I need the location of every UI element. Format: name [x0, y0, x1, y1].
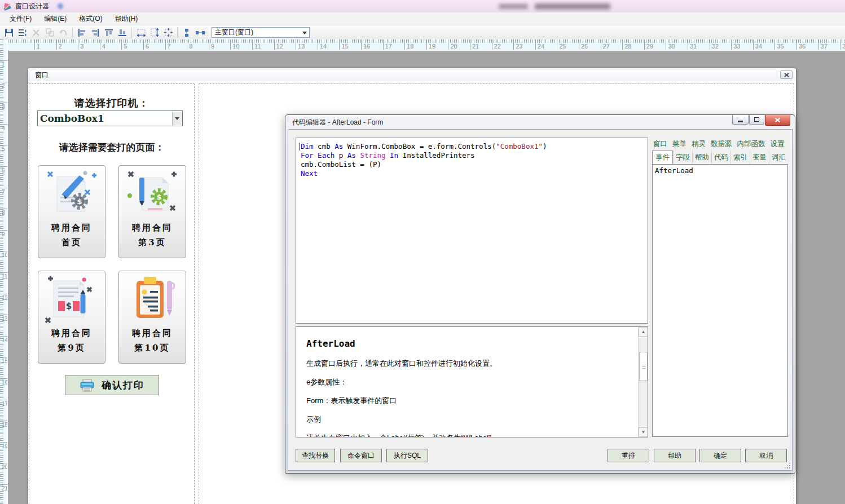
- horizontal-spacing-button[interactable]: [193, 26, 207, 38]
- resize-grip[interactable]: [785, 463, 790, 468]
- align-right-button[interactable]: [89, 26, 102, 38]
- v-ruler-number: 11: [2, 273, 7, 280]
- align-bottom-icon: [118, 28, 127, 37]
- align-left-icon: [77, 28, 86, 37]
- maximize-button[interactable]: [749, 115, 764, 125]
- page-button-front[interactable]: $ 聘用合同 首页: [38, 165, 105, 258]
- menu-file[interactable]: 文件(F): [3, 12, 38, 25]
- same-width-button[interactable]: [134, 26, 148, 38]
- scroll-down-button[interactable]: ▼: [639, 427, 648, 437]
- menu-edit[interactable]: 编辑(E): [38, 12, 73, 25]
- command-window-button[interactable]: 命令窗口: [340, 449, 382, 462]
- code-order-button[interactable]: [16, 26, 29, 38]
- h-ruler-number: 16: [363, 43, 370, 50]
- same-height-icon: [150, 28, 159, 37]
- tab-variables[interactable]: 变量: [750, 151, 769, 164]
- scroll-up-button[interactable]: ▲: [639, 327, 648, 337]
- app-title: 窗口设计器: [15, 2, 49, 11]
- v-ruler-number: 2: [2, 83, 5, 89]
- tab-menu[interactable]: 菜单: [672, 139, 686, 149]
- close-button[interactable]: [765, 115, 790, 126]
- printer-combobox[interactable]: ComboBox1: [37, 110, 183, 126]
- event-listbox[interactable]: AfterLoad: [652, 164, 788, 437]
- tab-help[interactable]: 帮助: [692, 151, 711, 164]
- align-left-button[interactable]: [75, 26, 89, 38]
- tab-index[interactable]: 索引: [730, 151, 750, 164]
- tab-settings[interactable]: 设置: [771, 139, 785, 149]
- tab-wizard[interactable]: 精灵: [692, 139, 706, 149]
- minimize-button[interactable]: [732, 115, 749, 125]
- event-list-item[interactable]: AfterLoad: [653, 165, 787, 175]
- undo-button[interactable]: [56, 26, 70, 38]
- confirm-print-button[interactable]: 确认打印: [65, 375, 159, 395]
- tab-code[interactable]: 代码: [711, 151, 730, 164]
- h-ruler-number: 30: [668, 43, 675, 50]
- cancel-button[interactable]: 取消: [745, 449, 787, 462]
- h-ruler-number: 37: [821, 43, 828, 50]
- h-ruler-number: 24: [538, 43, 544, 50]
- save-button[interactable]: [2, 26, 16, 38]
- find-replace-button[interactable]: 查找替换: [296, 449, 335, 462]
- designer-window-titlebar: 窗口: [28, 68, 796, 81]
- h-ruler-number: 27: [603, 43, 610, 50]
- delete-icon: [32, 29, 40, 37]
- align-top-button[interactable]: [102, 26, 116, 38]
- helper-tabs-row2: 事件 字段 帮助 代码 索引 变量 词汇: [652, 151, 788, 164]
- pages-prompt-label: 请选择需要套打的页面：: [29, 141, 194, 154]
- rearrange-button[interactable]: 重排: [608, 449, 649, 462]
- page-button-label-line2: 第9页: [38, 341, 105, 355]
- ok-button[interactable]: 确定: [699, 449, 741, 462]
- v-ruler-number: 19: [2, 443, 7, 449]
- tab-internal-functions[interactable]: 内部函数: [737, 139, 765, 149]
- maximize-icon: [754, 117, 759, 122]
- page-button-page9[interactable]: $ 聘用合同 第9页: [38, 271, 105, 364]
- scrollbar-thumb[interactable]: [639, 352, 648, 381]
- code-editor-textarea[interactable]: Dim cmb As WinForm.ComboBox = e.form.Con…: [296, 138, 648, 324]
- menu-format[interactable]: 格式(O): [73, 12, 108, 25]
- code-token: String: [360, 151, 385, 160]
- v-ruler-number: 7: [2, 189, 5, 195]
- app-logo-icon: [3, 2, 12, 11]
- horizontal-ruler: 1234567891011121314151617181920212223242…: [8, 39, 845, 51]
- v-ruler-number: 9: [2, 231, 5, 237]
- doc-scrollbar[interactable]: ▲ ▼: [638, 327, 648, 437]
- page-button-label-line1: 聘用合同: [119, 220, 186, 235]
- blurred-watermark: [499, 4, 528, 9]
- code-editor-dialog: 代码编辑器 - AfterLoad - Form Dim cmb As WinF…: [285, 114, 795, 474]
- event-doc-content: AfterLoad 生成窗口后执行，通常在此对窗口和控件进行初始化设置。 e参数…: [296, 327, 638, 437]
- help-button[interactable]: 帮助: [654, 449, 696, 462]
- toolbar-separator: [72, 28, 73, 38]
- align-right-icon: [91, 28, 100, 37]
- h-ruler-number: 20: [450, 43, 457, 50]
- form-selector-combobox[interactable]: 主窗口(窗口): [212, 27, 310, 38]
- tab-events[interactable]: 事件: [652, 151, 673, 164]
- designer-window-close-button[interactable]: [780, 70, 793, 79]
- doc-paragraph: 请首先在窗口中加入一个Label(标签)，并改名为“WLabel”: [306, 433, 628, 437]
- vertical-spacing-button[interactable]: [180, 26, 193, 38]
- tab-fields[interactable]: 字段: [673, 151, 692, 164]
- page-button-page3[interactable]: $ 聘用合同 第3页: [118, 165, 186, 258]
- page-button-page10[interactable]: 聘用合同 第10页: [118, 271, 186, 364]
- tab-datasource[interactable]: 数据源: [711, 139, 732, 149]
- svg-text:$: $: [77, 197, 82, 206]
- same-size-button[interactable]: [161, 26, 175, 38]
- doc-paragraph: e参数属性：: [306, 377, 628, 387]
- code-token: Dim: [301, 142, 314, 151]
- printer-combobox-dropdown-button[interactable]: [172, 112, 182, 125]
- h-ruler-number: 34: [755, 43, 762, 50]
- align-bottom-button[interactable]: [116, 26, 129, 38]
- delete-button[interactable]: [29, 26, 43, 38]
- h-ruler-number: 7: [168, 43, 171, 50]
- same-height-button[interactable]: [148, 26, 161, 38]
- tab-vocabulary[interactable]: 词汇: [769, 151, 788, 164]
- h-ruler-number: 38: [842, 43, 845, 50]
- chevron-down-icon: [302, 32, 307, 34]
- execute-sql-button[interactable]: 执行SQL: [386, 449, 428, 462]
- close-icon: [784, 73, 789, 77]
- tab-window[interactable]: 窗口: [653, 139, 667, 149]
- group-button[interactable]: [43, 26, 56, 38]
- v-ruler-number: 6: [2, 167, 5, 174]
- menu-help[interactable]: 帮助(H): [109, 12, 144, 25]
- code-token: WinForm.ComboBox = e.form.Controls(: [343, 142, 496, 151]
- code-token: In: [390, 151, 398, 160]
